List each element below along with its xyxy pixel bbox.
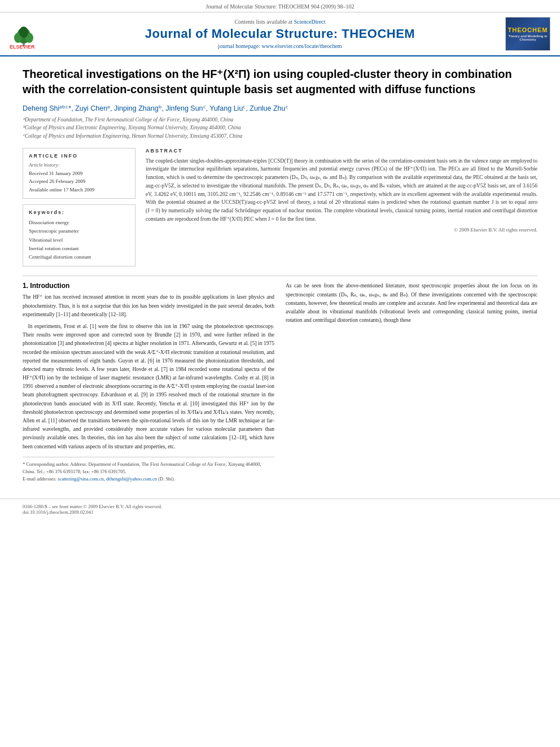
affiliation-c: ᶜCollege of Physics and Information Engi… <box>23 132 537 140</box>
abstract-column: ABSTRACT The coupled-cluster singles-dou… <box>146 148 537 267</box>
journal-name: Journal of Molecular Structure: THEOCHEM <box>145 27 415 41</box>
article-history-box: ARTICLE INFO Article history: Received 3… <box>23 148 135 199</box>
footnote-corresponding: * Corresponding author. Address: Departm… <box>23 461 274 475</box>
main-content: Theoretical investigations on the HF⁺(X²… <box>0 56 560 493</box>
section-1-right-body: As can be seen from the above-mentioned … <box>286 282 537 325</box>
email-suffix: (D. Shi). <box>158 476 175 482</box>
affiliation-a: ᵃDepartment of Foundation, The First Aer… <box>23 116 537 124</box>
abstract-text: The coupled-cluster singles-doubles-appr… <box>146 157 537 224</box>
affiliation-b: ᵇCollege of Physics and Electronic Engin… <box>23 124 537 132</box>
history-label: Article history: <box>29 162 129 168</box>
theochem-logo-title: THEOCHEM <box>508 27 548 33</box>
keyword-1: Dissociation energy <box>29 219 129 227</box>
received-date: Received 31 January 2009 <box>29 169 129 177</box>
sciencedirect-line: Contents lists available at ScienceDirec… <box>234 19 325 25</box>
para-1: The HF⁺ ion has received increased atten… <box>23 293 274 319</box>
svg-text:ELSEVIER: ELSEVIER <box>10 44 35 50</box>
journal-homepage: journal homepage: www.elsevier.com/locat… <box>218 43 342 49</box>
section-divider <box>23 276 537 276</box>
issn-line: 0166-1280/$ – see front matter © 2009 El… <box>23 504 162 515</box>
abstract-heading: ABSTRACT <box>146 148 537 154</box>
theochem-logo-area: THEOCHEM Theory and Modelling in Chemist… <box>502 17 553 51</box>
sciencedirect-link[interactable]: ScienceDirect <box>294 19 325 25</box>
para-3: As can be seen from the above-mentioned … <box>286 282 537 325</box>
info-abstract-section: ARTICLE INFO Article history: Received 3… <box>23 148 537 267</box>
section-1-number: 1. <box>23 282 28 290</box>
svg-point-5 <box>19 27 28 38</box>
body-right-col: As can be seen from the above-mentioned … <box>286 282 537 483</box>
email-1[interactable]: scattering@sina.com.cn <box>58 476 103 482</box>
page: Journal of Molecular Structure: THEOCHEM… <box>0 0 560 747</box>
keyword-2: Spectroscopic parameter <box>29 227 129 235</box>
journal-title-area: Contents lists available at ScienceDirec… <box>63 17 497 51</box>
available-date: Available online 17 March 2009 <box>29 186 129 194</box>
issn-text: 0166-1280/$ – see front matter © 2009 El… <box>23 504 162 509</box>
authors: Deheng Shiᵃᵇᶜ*, Zuyi Chenᵃ, Jinping Zhan… <box>23 104 537 112</box>
keyword-3: Vibrational level <box>29 236 129 244</box>
theochem-logo-subtitle: Theory and Modelling in Chemistry <box>508 34 548 41</box>
accepted-date: Accepted 26 February 2009 <box>29 177 129 185</box>
footnote-email: E-mail addresses: scattering@sina.com.cn… <box>23 475 274 483</box>
email-label: E-mail addresses: <box>23 476 56 482</box>
keyword-5: Centrifugal distortion constant <box>29 253 129 261</box>
journal-citation-bar: Journal of Molecular Structure: THEOCHEM… <box>0 0 560 12</box>
copyright-line: © 2009 Elsevier B.V. All rights reserved… <box>146 227 537 233</box>
section-1-heading: Introduction <box>30 282 69 290</box>
para-2: In experiments, Frost et al. [1] were th… <box>23 322 274 451</box>
body-left-col: 1. Introduction The HF⁺ ion has received… <box>23 282 274 483</box>
section-1-body: The HF⁺ ion has received increased atten… <box>23 293 274 451</box>
keywords-box: Keywords: Dissociation energy Spectrosco… <box>23 204 135 267</box>
affiliations: ᵃDepartment of Foundation, The First Aer… <box>23 116 537 140</box>
body-section: 1. Introduction The HF⁺ ion has received… <box>23 282 537 483</box>
article-info-column: ARTICLE INFO Article history: Received 3… <box>23 148 135 267</box>
keywords-heading: Keywords: <box>29 209 129 215</box>
bottom-bar: 0166-1280/$ – see front matter © 2009 El… <box>0 499 560 519</box>
section-1-title: 1. Introduction <box>23 282 274 290</box>
theochem-logo: THEOCHEM Theory and Modelling in Chemist… <box>505 17 550 51</box>
article-info-heading: ARTICLE INFO <box>29 153 129 159</box>
homepage-link[interactable]: journal homepage: www.elsevier.com/locat… <box>218 43 342 49</box>
journal-header: ELSEVIER Contents lists available at Sci… <box>0 12 560 56</box>
doi-text: doi:10.1016/j.theochem.2009.02.041 <box>23 509 162 515</box>
keyword-4: Inertial rotation constant <box>29 244 129 253</box>
footnote-area: * Corresponding author. Address: Departm… <box>23 457 274 483</box>
elsevier-logo-area: ELSEVIER <box>7 17 58 51</box>
journal-citation: Journal of Molecular Structure: THEOCHEM… <box>206 3 355 10</box>
elsevier-logo-icon: ELSEVIER <box>7 19 52 50</box>
article-title: Theoretical investigations on the HF⁺(X²… <box>23 67 537 97</box>
email-2[interactable]: dehengshi@yahoo.com.cn <box>106 476 157 482</box>
